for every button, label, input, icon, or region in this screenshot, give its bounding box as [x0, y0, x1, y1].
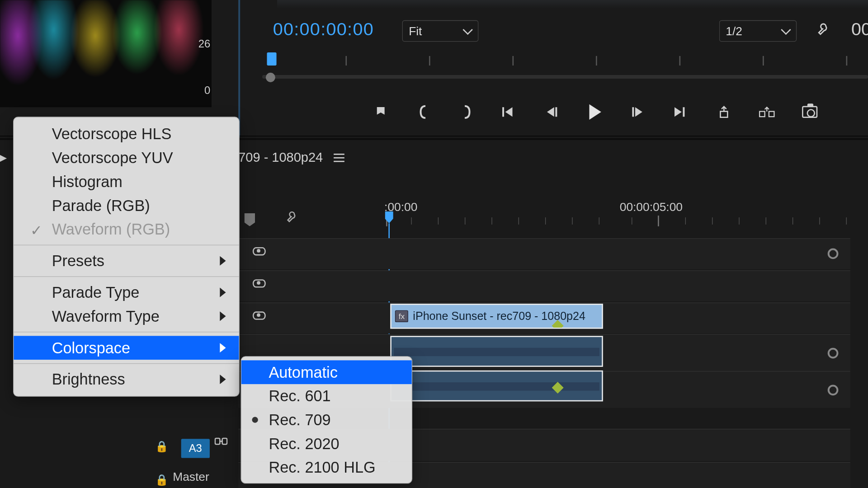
- lock-icon[interactable]: 🔒: [155, 474, 168, 487]
- track-keyframe-node[interactable]: [828, 385, 839, 395]
- submenu-arrow-icon: [220, 311, 226, 321]
- clip-label: iPhone Sunset - rec709 - 1080p24: [413, 310, 585, 323]
- submenu-arrow-icon: [220, 288, 226, 297]
- toggle-track-output-icon[interactable]: [253, 279, 266, 287]
- fx-badge-icon[interactable]: fx: [395, 310, 408, 322]
- panel-expand-arrow-icon[interactable]: ▶: [0, 152, 6, 163]
- submenu-arrow-icon: [220, 256, 226, 266]
- svg-rect-5: [760, 111, 765, 117]
- svg-rect-4: [720, 111, 727, 117]
- menu-item-vectorscope-yuv[interactable]: Vectorscope YUV: [14, 146, 239, 170]
- timeline-header: :00:00 00:00:05:00: [238, 197, 868, 229]
- submenu-item-rec709[interactable]: Rec. 709: [241, 408, 412, 432]
- audio-waveform: [394, 348, 599, 356]
- sequence-tab[interactable]: 709 - 1080p24: [238, 150, 344, 165]
- zoom-fit-dropdown[interactable]: Fit: [402, 20, 479, 42]
- menu-item-colorspace[interactable]: Colorspace: [14, 336, 239, 360]
- track-target-a3[interactable]: A3: [181, 439, 210, 458]
- menu-item-vectorscope-hls[interactable]: Vectorscope HLS: [14, 122, 239, 146]
- ruler-time-label: 00:00:05:00: [620, 200, 683, 214]
- video-track[interactable]: [238, 270, 850, 301]
- selected-bullet-icon: [252, 417, 258, 423]
- sync-lock-icon[interactable]: [214, 436, 227, 449]
- menu-item-parade-type[interactable]: Parade Type: [14, 281, 239, 305]
- zoom-fit-label: Fit: [409, 24, 422, 38]
- program-monitor-controls: 00:00:00:00 Fit 1/2 00: [238, 13, 868, 49]
- toggle-track-output-icon[interactable]: [253, 311, 266, 319]
- ruler-ticks: [262, 56, 868, 68]
- program-scrubber-track[interactable]: [262, 75, 868, 79]
- audio-waveform: [394, 382, 599, 390]
- video-clip[interactable]: fx iPhone Sunset - rec709 - 1080p24: [390, 304, 603, 328]
- checkmark-icon: ✓: [30, 222, 42, 239]
- panel-menu-icon[interactable]: [334, 154, 344, 162]
- svg-rect-0: [502, 107, 504, 117]
- chevron-down-icon: [782, 28, 790, 34]
- submenu-arrow-icon: [220, 375, 226, 384]
- step-back-button[interactable]: [544, 103, 561, 120]
- go-to-in-button[interactable]: [501, 103, 518, 120]
- timeline-ruler[interactable]: [382, 216, 868, 226]
- menu-item-parade-rgb[interactable]: Parade (RGB): [14, 193, 239, 217]
- submenu-item-automatic[interactable]: Automatic: [241, 360, 412, 384]
- settings-wrench-icon[interactable]: [817, 23, 832, 42]
- svg-rect-6: [769, 111, 774, 117]
- step-forward-button[interactable]: [630, 103, 646, 120]
- menu-item-histogram[interactable]: Histogram: [14, 170, 239, 194]
- program-scrubber-handle[interactable]: [266, 73, 275, 82]
- play-icon: [590, 104, 601, 119]
- video-track[interactable]: [238, 238, 850, 269]
- extract-button[interactable]: [759, 103, 775, 120]
- svg-rect-1: [555, 107, 557, 117]
- mark-out-button[interactable]: [458, 103, 475, 120]
- menu-separator: [14, 277, 239, 277]
- menu-separator: [14, 245, 239, 245]
- menu-separator: [14, 332, 239, 332]
- chevron-down-icon: [463, 28, 472, 34]
- export-frame-button[interactable]: [802, 103, 818, 120]
- scope-scale-label: 26: [198, 38, 210, 51]
- lumetri-scope-panel: 26 0: [0, 0, 212, 107]
- scope-scale-label: 0: [204, 84, 210, 97]
- submenu-item-rec2100hlg[interactable]: Rec. 2100 HLG: [241, 455, 412, 479]
- svg-rect-2: [632, 107, 634, 117]
- scopes-context-menu: Vectorscope HLS Vectorscope YUV Histogra…: [13, 117, 240, 396]
- program-out-timecode: 00: [851, 19, 868, 39]
- camera-icon: [802, 106, 817, 117]
- menu-item-waveform-type[interactable]: Waveform Type: [14, 304, 239, 328]
- lift-button[interactable]: [716, 103, 732, 120]
- track-keyframe-node[interactable]: [828, 348, 839, 359]
- program-playhead[interactable]: [267, 52, 276, 66]
- menu-item-brightness[interactable]: Brightness: [14, 367, 239, 391]
- submenu-arrow-icon: [220, 343, 226, 352]
- master-track-label: Master: [173, 470, 209, 483]
- timeline-settings-wrench-icon[interactable]: [286, 211, 301, 229]
- sequence-name: 709 - 1080p24: [238, 150, 323, 165]
- timeline-marker-well[interactable]: [244, 213, 255, 226]
- transport-controls: [262, 95, 868, 128]
- svg-rect-3: [683, 107, 684, 117]
- program-preview-edge: [277, 0, 868, 9]
- track-keyframe-node[interactable]: [828, 249, 839, 259]
- playback-resolution-label: 1/2: [726, 24, 742, 38]
- submenu-item-rec601[interactable]: Rec. 601: [241, 384, 412, 408]
- waveform-rgb-display: [0, 0, 212, 104]
- add-marker-button[interactable]: [373, 103, 389, 120]
- colorspace-submenu: Automatic Rec. 601 Rec. 709 Rec. 2020 Re…: [241, 356, 412, 483]
- play-button[interactable]: [587, 103, 604, 120]
- lock-icon[interactable]: 🔒: [155, 440, 168, 453]
- menu-item-waveform-rgb[interactable]: ✓ Waveform (RGB): [14, 217, 239, 241]
- program-time-ruler[interactable]: [262, 52, 868, 82]
- go-to-out-button[interactable]: [673, 103, 689, 120]
- audio-clip[interactable]: [390, 336, 603, 367]
- submenu-item-rec2020[interactable]: Rec. 2020: [241, 432, 412, 456]
- svg-rect-7: [215, 438, 220, 444]
- menu-separator: [14, 363, 239, 364]
- program-timecode[interactable]: 00:00:00:00: [273, 19, 374, 39]
- mark-in-button[interactable]: [415, 103, 432, 120]
- playback-resolution-dropdown[interactable]: 1/2: [719, 20, 797, 42]
- menu-item-presets[interactable]: Presets: [14, 249, 239, 273]
- svg-rect-8: [222, 438, 227, 444]
- audio-clip[interactable]: [390, 371, 603, 402]
- toggle-track-output-icon[interactable]: [253, 247, 266, 255]
